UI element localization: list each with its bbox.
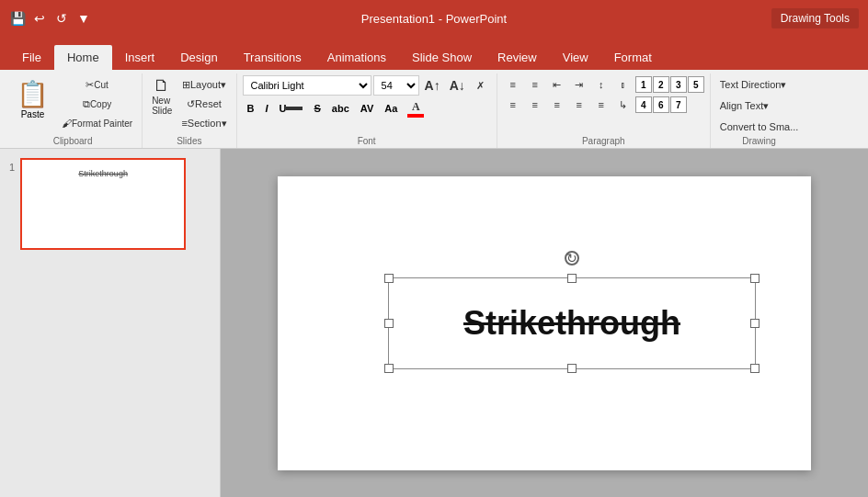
align-center-button[interactable]: ≡ — [525, 96, 545, 114]
justify-button[interactable]: ≡ — [569, 96, 589, 114]
tab-format[interactable]: Format — [601, 45, 665, 70]
text-group-label: Drawing — [742, 136, 776, 146]
rotate-arrow-icon: ↻ — [566, 253, 577, 264]
text-direction-btn[interactable]: Text Direction ▾ — [716, 75, 791, 94]
align-right-button[interactable]: ≡ — [547, 96, 567, 114]
slides-group: 🗋 NewSlide ⊞ Layout ▾ ↺ Reset ≡ Section … — [143, 73, 236, 148]
paragraph-row2: ≡ ≡ ≡ ≡ ≡ ↳ 4 6 7 — [503, 96, 687, 114]
number-boxes2: 4 6 7 — [635, 96, 687, 113]
ribbon: 📋 Paste ✂ Cut ⧉ Copy 🖌 Format Painter Cl… — [0, 70, 868, 149]
font-color-button[interactable]: A — [404, 99, 428, 118]
num7[interactable]: 7 — [670, 96, 687, 113]
slide-thumbnail[interactable]: Strikethrough — [20, 158, 186, 250]
slides-panel: 1 Strikethrough — [0, 149, 221, 497]
textbox-content[interactable]: Strikethrough — [389, 278, 755, 368]
num6[interactable]: 6 — [653, 96, 669, 113]
section-button[interactable]: ≡ Section ▾ — [177, 114, 230, 132]
handle-top-right[interactable] — [750, 274, 760, 283]
handle-middle-left[interactable] — [384, 319, 394, 328]
strikethrough-button[interactable]: S — [309, 98, 325, 119]
handle-bottom-middle[interactable] — [567, 364, 577, 373]
columns-button[interactable]: ⫾ — [613, 75, 634, 94]
italic-button[interactable]: I — [260, 98, 272, 119]
reset-button[interactable]: ↺ Reset — [177, 95, 230, 113]
textbox-text: Strikethrough — [463, 304, 680, 343]
paste-icon: 📋 — [17, 79, 49, 109]
increase-indent-button[interactable]: ⇥ — [569, 75, 589, 94]
align-dist-button[interactable]: ≡ — [591, 96, 611, 114]
clipboard-label: Clipboard — [53, 136, 93, 146]
align-left-button[interactable]: ≡ — [503, 96, 523, 114]
num3[interactable]: 3 — [670, 76, 687, 93]
text-group: Text Direction ▾ Align Text ▾ Convert to… — [711, 73, 808, 148]
increase-font-button[interactable]: A↑ — [421, 76, 444, 95]
tab-home[interactable]: Home — [54, 45, 112, 70]
window-title: Presentation1 - PowerPoint — [361, 12, 507, 26]
decrease-indent-button[interactable]: ⇤ — [547, 75, 567, 94]
num2[interactable]: 2 — [653, 76, 669, 93]
align-text-btn[interactable]: Align Text ▾ — [716, 96, 773, 115]
font-row2: B I U S abc AV Aa A — [243, 98, 491, 119]
bullets-button[interactable]: ≡ — [503, 75, 523, 94]
tab-slideshow[interactable]: Slide Show — [399, 45, 485, 70]
title-bar: 💾 ↩ ↺ ▼ Presentation1 - PowerPoint Drawi… — [0, 0, 868, 37]
underline-button[interactable]: U — [275, 98, 308, 119]
font-row1: Calibri Light 54 A↑ A↓ ✗ — [243, 75, 491, 96]
num4[interactable]: 4 — [635, 96, 652, 113]
drawing-tools-label: Drawing Tools — [771, 8, 859, 28]
shadow-button[interactable]: abc — [327, 98, 354, 119]
bold-button[interactable]: B — [243, 98, 259, 119]
new-slide-button[interactable]: 🗋 NewSlide — [148, 75, 176, 118]
ribbon-tabs: File Home Insert Design Transitions Anim… — [0, 37, 868, 70]
copy-button[interactable]: ⧉ Copy — [58, 95, 136, 113]
paragraph-group: ≡ ≡ ⇤ ⇥ ↕ ⫾ 1 2 3 5 ≡ ≡ ≡ ≡ ≡ ↳ — [497, 73, 711, 148]
redo-icon[interactable]: ↺ — [53, 10, 70, 27]
tab-transitions[interactable]: Transitions — [231, 45, 314, 70]
tab-animations[interactable]: Animations — [314, 45, 399, 70]
decrease-font-button[interactable]: A↓ — [446, 76, 469, 95]
handle-middle-right[interactable] — [750, 319, 760, 328]
tab-design[interactable]: Design — [167, 45, 230, 70]
num5[interactable]: 5 — [688, 76, 704, 93]
font-name-select[interactable]: Calibri Light — [243, 75, 371, 96]
rotate-handle[interactable]: ↻ — [565, 251, 579, 265]
clear-format-button[interactable]: ✗ — [471, 76, 491, 95]
save-icon[interactable]: 💾 — [9, 10, 26, 27]
slide-number: 1 — [9, 158, 15, 173]
change-case-button[interactable]: Aa — [380, 98, 402, 119]
num1[interactable]: 1 — [635, 76, 652, 93]
tab-file[interactable]: File — [9, 45, 54, 70]
handle-top-left[interactable] — [384, 274, 394, 283]
textbox-selected[interactable]: ↻ Strikethrough — [388, 277, 756, 369]
handle-top-middle[interactable] — [567, 274, 577, 283]
paragraph-label: Paragraph — [582, 136, 625, 146]
font-group: Calibri Light 54 A↑ A↓ ✗ B I U S abc AV — [237, 73, 497, 148]
canvas-area: ↻ Strikethrough — [278, 176, 811, 470]
char-spacing-button[interactable]: AV — [356, 98, 378, 119]
font-color-indicator — [407, 114, 424, 118]
line-spacing-button[interactable]: ↕ — [591, 75, 611, 94]
slide-thumb-text: Strikethrough — [78, 169, 128, 178]
tab-insert[interactable]: Insert — [112, 45, 168, 70]
handle-bottom-right[interactable] — [750, 364, 760, 373]
undo-icon[interactable]: ↩ — [31, 10, 48, 27]
slide-thumb-container: 1 Strikethrough — [9, 158, 211, 250]
slides-label: Slides — [177, 136, 201, 146]
numbering-button[interactable]: ≡ — [525, 75, 545, 94]
cut-button[interactable]: ✂ Cut — [58, 75, 136, 94]
text-direction-button[interactable]: ↳ — [613, 96, 634, 114]
tab-review[interactable]: Review — [485, 45, 550, 70]
font-label: Font — [358, 136, 376, 146]
font-controls: Calibri Light 54 A↑ A↓ ✗ B I U S abc AV — [243, 75, 491, 131]
customize-icon[interactable]: ▼ — [75, 10, 92, 27]
font-size-select[interactable]: 54 — [373, 75, 419, 96]
paste-button[interactable]: 📋 Paste — [9, 75, 56, 123]
new-slide-icon: 🗋 — [154, 77, 170, 94]
number-boxes: 1 2 3 5 — [635, 76, 704, 93]
handle-bottom-left[interactable] — [384, 364, 394, 373]
main-canvas[interactable]: ↻ Strikethrough — [221, 149, 868, 497]
format-painter-button[interactable]: 🖌 Format Painter — [58, 114, 136, 132]
tab-view[interactable]: View — [550, 45, 601, 70]
convert-smartart-btn[interactable]: Convert to Sma... — [716, 118, 803, 136]
layout-button[interactable]: ⊞ Layout ▾ — [177, 75, 230, 94]
